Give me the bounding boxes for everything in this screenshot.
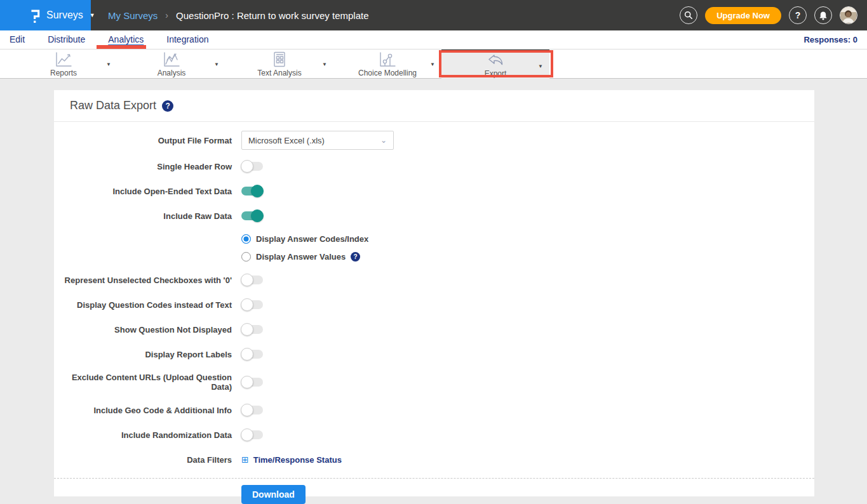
raw-data-export-panel: Raw Data Export ? Output File Format Mic… [54, 90, 814, 496]
tab-edit[interactable]: Edit [10, 34, 25, 45]
breadcrumb: My Surveys › QuestionPro : Return to wor… [108, 10, 369, 21]
question-codes-toggle[interactable] [241, 300, 263, 309]
upgrade-now-button[interactable]: Upgrade Now [705, 7, 781, 24]
header-actions: Upgrade Now ? [680, 0, 857, 30]
field-label: Display Question Codes instead of Text [54, 300, 232, 310]
toolbar-item-label: Reports [50, 69, 77, 77]
notifications-button[interactable] [814, 6, 832, 24]
randomization-data-row: Include Randomization Data [54, 428, 814, 441]
scatter-chart-icon [378, 51, 397, 68]
include-raw-data-toggle[interactable] [241, 211, 263, 220]
exclude-content-urls-toggle[interactable] [241, 378, 263, 387]
chevron-down-icon: ⌄ [380, 136, 387, 145]
data-filters-link-label: Time/Response Status [253, 455, 342, 465]
radio-label: Display Answer Values [256, 252, 346, 262]
product-name: Surveys [46, 10, 83, 21]
help-icon[interactable]: ? [162, 100, 173, 112]
toggle-knob [241, 274, 253, 286]
responses-count: Responses: 0 [803, 35, 857, 44]
download-button[interactable]: Download [241, 485, 306, 504]
toolbar-item-reports[interactable]: Reports ▼ [10, 50, 118, 79]
search-button[interactable] [680, 6, 697, 24]
help-icon[interactable]: ? [351, 252, 360, 262]
field-label: Exclude Content URLs (Upload Question Da… [54, 373, 232, 392]
exclude-content-urls-row: Exclude Content URLs (Upload Question Da… [54, 373, 814, 392]
field-label: Include Raw Data [54, 211, 232, 221]
tab-distribute[interactable]: Distribute [48, 34, 85, 45]
question-not-displayed-row: Show Question Not Displayed [54, 323, 814, 336]
unselected-checkboxes-toggle[interactable] [241, 275, 263, 284]
questionpro-logo-icon [29, 7, 41, 23]
text-analysis-dropdown-caret[interactable]: ▼ [322, 62, 327, 67]
report-labels-row: Display Report Labels [54, 348, 814, 361]
field-label: Represent Unselected Checkboxes with '0' [54, 275, 232, 285]
toolbar-item-analysis[interactable]: Analysis ▼ [118, 50, 225, 79]
help-button[interactable]: ? [789, 6, 807, 24]
toggle-knob [241, 404, 253, 416]
randomization-data-toggle[interactable] [241, 430, 263, 439]
toolbar-item-label: Export [485, 69, 507, 78]
export-options-form: Output File Format Microsoft Excel (.xls… [54, 122, 814, 504]
include-raw-data-row: Include Raw Data [54, 209, 814, 222]
panel-header: Raw Data Export ? [54, 90, 814, 122]
radio-row-codes-index: Display Answer Codes/Index [241, 234, 814, 244]
toggle-knob [241, 376, 253, 388]
toggle-knob [251, 185, 264, 197]
unselected-checkboxes-row: Represent Unselected Checkboxes with '0' [54, 274, 814, 286]
question-codes-row: Display Question Codes instead of Text [54, 298, 814, 311]
toggle-knob [241, 160, 253, 173]
geo-code-row: Include Geo Code & Additional Info [54, 404, 814, 416]
question-not-displayed-toggle[interactable] [241, 325, 263, 334]
survey-nav: Edit Distribute Analytics Integration Re… [0, 30, 867, 50]
analysis-chart-icon [162, 51, 181, 68]
toolbar-item-label: Choice Modelling [358, 69, 417, 77]
line-chart-icon [54, 51, 73, 68]
field-label: Show Question Not Displayed [54, 325, 232, 335]
reports-dropdown-caret[interactable]: ▼ [106, 62, 111, 67]
toolbar-item-label: Text Analysis [257, 69, 301, 77]
download-section: Download [54, 479, 814, 504]
display-answer-codes-radio[interactable] [241, 234, 251, 244]
expand-plus-icon: ⊞ [241, 455, 249, 464]
toolbar-item-label: Analysis [158, 69, 186, 77]
answer-display-radio-group: Display Answer Codes/Index Display Answe… [241, 234, 814, 262]
export-dropdown-caret[interactable]: ▼ [538, 63, 543, 69]
tab-analytics[interactable]: Analytics [108, 34, 144, 45]
analysis-dropdown-caret[interactable]: ▼ [214, 62, 219, 67]
annotation-analytics-highlight [97, 45, 146, 49]
breadcrumb-separator: › [165, 10, 168, 20]
toggle-knob [241, 428, 253, 441]
field-label: Output File Format [54, 136, 232, 145]
output-format-value: Microsoft Excel (.xls) [248, 136, 325, 145]
main-content: Raw Data Export ? Output File Format Mic… [0, 79, 867, 503]
bell-icon [819, 11, 828, 20]
field-label: Include Open-Ended Text Data [54, 187, 232, 196]
search-icon [684, 11, 693, 20]
toggle-knob [241, 348, 253, 361]
field-label: Include Geo Code & Additional Info [54, 406, 232, 415]
breadcrumb-my-surveys[interactable]: My Surveys [108, 10, 158, 21]
open-ended-text-row: Include Open-Ended Text Data [54, 185, 814, 197]
time-response-status-link[interactable]: ⊞ Time/Response Status [241, 455, 342, 465]
product-switcher[interactable]: Surveys ▼ [0, 0, 91, 30]
display-answer-values-radio[interactable] [241, 252, 251, 262]
breadcrumb-survey-title: QuestionPro : Return to work survey temp… [176, 10, 368, 21]
field-label: Include Randomization Data [54, 430, 232, 440]
single-header-row-toggle[interactable] [241, 162, 263, 171]
export-arrow-icon [486, 52, 505, 69]
choice-modelling-dropdown-caret[interactable]: ▼ [430, 62, 435, 67]
output-format-select[interactable]: Microsoft Excel (.xls) ⌄ [241, 131, 394, 150]
field-label: Display Report Labels [54, 350, 232, 359]
tab-integration[interactable]: Integration [166, 34, 208, 45]
single-header-row-row: Single Header Row [54, 160, 814, 173]
toggle-knob [241, 298, 253, 311]
toolbar-item-choice-modelling[interactable]: Choice Modelling ▼ [333, 50, 441, 79]
geo-code-toggle[interactable] [241, 406, 263, 414]
output-format-row: Output File Format Microsoft Excel (.xls… [54, 131, 814, 150]
top-header-bar: Surveys ▼ My Surveys › QuestionPro : Ret… [0, 0, 867, 30]
toolbar-item-text-analysis[interactable]: Text Analysis ▼ [225, 50, 333, 79]
toolbar-item-export[interactable]: Export ▼ [441, 50, 549, 79]
user-avatar[interactable] [840, 6, 857, 24]
include-open-ended-toggle[interactable] [241, 187, 263, 196]
report-labels-toggle[interactable] [241, 350, 263, 359]
